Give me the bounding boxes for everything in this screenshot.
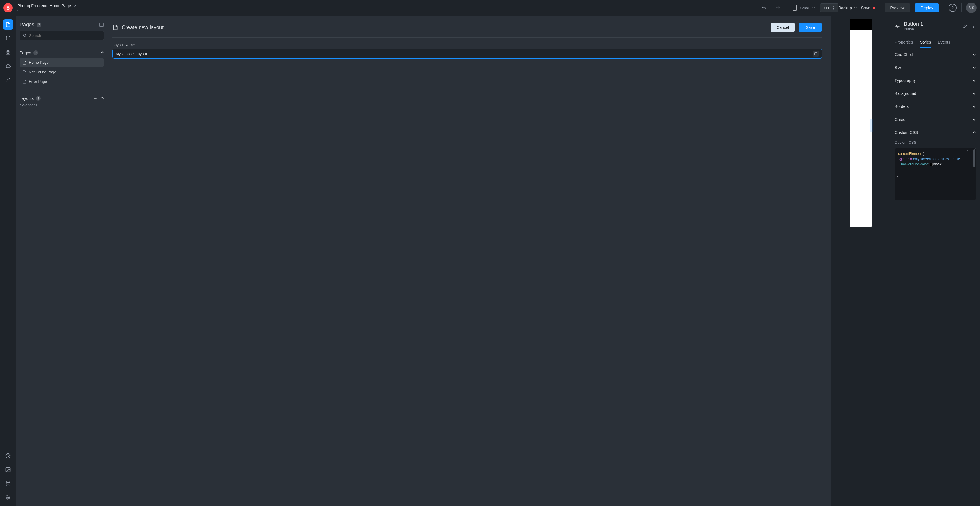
back-button[interactable] bbox=[895, 23, 900, 29]
help-icon[interactable]: ? bbox=[33, 51, 38, 55]
chevron-down-icon bbox=[972, 105, 976, 108]
help-icon[interactable]: ? bbox=[37, 22, 41, 27]
form-title: Create new layout bbox=[122, 24, 164, 30]
page-icon bbox=[22, 70, 27, 74]
rail-data[interactable] bbox=[3, 478, 13, 489]
section-custom-css[interactable]: Custom CSS bbox=[891, 126, 980, 139]
page-label: Home Page bbox=[29, 60, 49, 65]
element-title: Button 1 bbox=[904, 21, 923, 27]
tab-properties[interactable]: Properties bbox=[895, 37, 913, 48]
section-background[interactable]: Background bbox=[891, 87, 980, 100]
layouts-section-title: Layouts bbox=[20, 96, 34, 101]
rail-functions[interactable]: fx bbox=[3, 75, 13, 85]
redo-button[interactable] bbox=[773, 3, 783, 13]
rail-theme[interactable] bbox=[3, 450, 13, 461]
no-options-text: No options bbox=[20, 103, 104, 107]
page-item-error[interactable]: Error Page bbox=[20, 77, 104, 86]
preview-button[interactable]: Preview bbox=[885, 3, 910, 13]
divider bbox=[943, 3, 944, 13]
backup-button[interactable]: Backup bbox=[838, 5, 857, 10]
svg-point-16 bbox=[9, 497, 10, 498]
width-input[interactable]: 900 ▴ ▾ bbox=[820, 3, 838, 12]
page-label: Error Page bbox=[29, 80, 47, 84]
add-page-button[interactable] bbox=[93, 51, 97, 55]
svg-text:fx: fx bbox=[6, 79, 9, 81]
layout-name-input[interactable] bbox=[113, 49, 822, 59]
svg-point-15 bbox=[6, 495, 8, 496]
cancel-button[interactable]: Cancel bbox=[771, 23, 795, 32]
chevron-down-icon bbox=[972, 66, 976, 69]
rail-settings[interactable] bbox=[3, 492, 13, 503]
svg-point-10 bbox=[9, 455, 10, 456]
expand-editor-icon[interactable] bbox=[965, 150, 969, 154]
chevron-down-icon bbox=[972, 118, 976, 121]
help-icon[interactable]: ? bbox=[36, 96, 41, 101]
svg-point-14 bbox=[6, 481, 10, 483]
chevron-down-icon bbox=[813, 6, 815, 9]
chevron-down-icon bbox=[972, 53, 976, 56]
add-layout-button[interactable] bbox=[93, 96, 97, 101]
inspector-panel: Button 1 Button Properties Styles Events… bbox=[891, 16, 980, 506]
page-path[interactable]: Photag Frontend: Home Page / bbox=[17, 3, 76, 12]
more-button[interactable] bbox=[971, 24, 976, 29]
rail-cloud[interactable] bbox=[3, 61, 13, 71]
layout-name-field[interactable] bbox=[116, 52, 813, 56]
collapse-panel-icon[interactable] bbox=[99, 22, 104, 27]
page-icon bbox=[22, 80, 27, 84]
section-grid-child[interactable]: Grid Child bbox=[891, 48, 980, 61]
edit-button[interactable] bbox=[963, 24, 967, 29]
selected-element-indicator[interactable] bbox=[870, 119, 873, 132]
width-value: 900 bbox=[822, 6, 833, 10]
app-logo[interactable]: 8 bbox=[3, 3, 13, 13]
section-borders[interactable]: Borders bbox=[891, 100, 980, 113]
svg-point-13 bbox=[6, 468, 8, 469]
unsaved-indicator-icon bbox=[873, 6, 875, 9]
section-cursor[interactable]: Cursor bbox=[891, 113, 980, 126]
device-label: Small bbox=[800, 6, 810, 10]
divider bbox=[20, 92, 104, 92]
collapse-section-icon[interactable] bbox=[100, 96, 104, 101]
search-input[interactable] bbox=[20, 30, 104, 40]
rail-assets[interactable] bbox=[3, 465, 13, 475]
left-rail: fx bbox=[0, 16, 16, 506]
save-layout-button[interactable]: Save bbox=[799, 23, 822, 32]
svg-rect-5 bbox=[9, 53, 10, 54]
tab-events[interactable]: Events bbox=[938, 37, 950, 48]
fx-button[interactable] bbox=[813, 51, 819, 57]
rail-code[interactable] bbox=[3, 33, 13, 43]
page-item-notfound[interactable]: Not Found Page bbox=[20, 67, 104, 76]
svg-rect-18 bbox=[100, 23, 103, 27]
page-subtitle: / bbox=[17, 8, 76, 12]
chevron-up-icon bbox=[972, 130, 976, 134]
save-button[interactable]: Save bbox=[861, 5, 875, 10]
panel-title: Pages bbox=[20, 22, 34, 28]
device-selector[interactable]: Small bbox=[792, 5, 815, 11]
deploy-button[interactable]: Deploy bbox=[915, 3, 939, 13]
pages-panel: Pages ? Pages ? bbox=[16, 16, 107, 506]
svg-point-23 bbox=[974, 27, 974, 28]
width-decrement[interactable]: ▾ bbox=[833, 8, 836, 10]
section-size[interactable]: Size bbox=[891, 61, 980, 74]
svg-point-19 bbox=[23, 34, 25, 37]
help-button[interactable]: ? bbox=[948, 4, 957, 12]
canvas-frame[interactable] bbox=[850, 19, 872, 227]
css-editor[interactable]: .currentElement { @media only screen and… bbox=[895, 148, 976, 200]
top-header: 8 Photag Frontend: Home Page / Small bbox=[0, 0, 980, 16]
section-typography[interactable]: Typography bbox=[891, 74, 980, 87]
page-icon bbox=[113, 24, 118, 30]
svg-rect-2 bbox=[6, 50, 8, 52]
search-field[interactable] bbox=[29, 33, 101, 38]
rail-components[interactable] bbox=[3, 47, 13, 57]
editor-scrollbar[interactable] bbox=[974, 150, 975, 199]
page-item-home[interactable]: Home Page bbox=[20, 58, 104, 67]
rail-pages[interactable] bbox=[3, 19, 13, 30]
tab-styles[interactable]: Styles bbox=[920, 37, 931, 48]
user-avatar[interactable]: S S bbox=[966, 3, 977, 13]
svg-rect-20 bbox=[815, 53, 817, 55]
collapse-section-icon[interactable] bbox=[100, 51, 104, 55]
svg-point-8 bbox=[6, 455, 8, 456]
color-swatch-icon bbox=[930, 163, 933, 166]
pages-section-title: Pages bbox=[20, 51, 31, 55]
svg-point-17 bbox=[7, 498, 8, 499]
undo-button[interactable] bbox=[759, 3, 768, 13]
